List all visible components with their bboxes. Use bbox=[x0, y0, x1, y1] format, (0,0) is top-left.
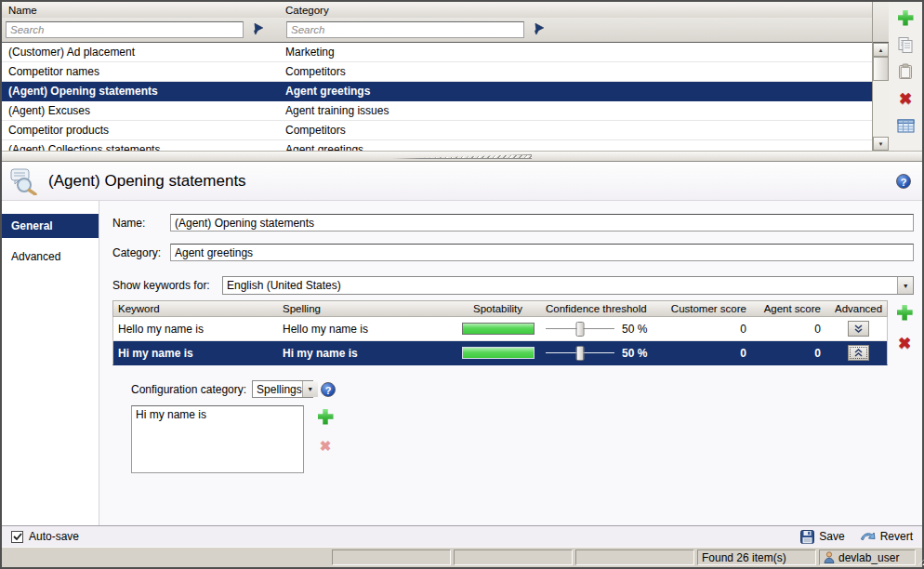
table-row[interactable]: Competitor products Competitors bbox=[2, 121, 872, 140]
header-customer-score[interactable]: Customer score bbox=[660, 303, 756, 314]
table-row[interactable]: (Customer) Ad placement Marketing bbox=[2, 43, 872, 62]
tab-general[interactable]: General bbox=[2, 214, 99, 238]
revert-arrow-icon bbox=[860, 531, 876, 543]
detail-tab-column: General Advanced bbox=[2, 201, 99, 525]
spotability-bar bbox=[462, 347, 535, 359]
slider-thumb[interactable] bbox=[576, 346, 585, 361]
table-search-row bbox=[2, 18, 872, 43]
horizontal-splitter[interactable] bbox=[2, 151, 922, 162]
language-dropdown[interactable]: English (United States) ▼ bbox=[222, 276, 914, 295]
advanced-cell bbox=[830, 345, 887, 361]
header-agent-score[interactable]: Agent score bbox=[756, 303, 830, 314]
add-keyword-button[interactable] bbox=[894, 303, 915, 322]
user-name: devlab_user bbox=[838, 551, 899, 564]
status-panel-empty bbox=[575, 549, 694, 565]
detail-title: (Agent) Opening statements bbox=[48, 172, 246, 191]
spelling-cell: Hi my name is bbox=[278, 347, 455, 360]
delete-spelling-button[interactable]: ✖ bbox=[315, 436, 336, 455]
help-icon[interactable]: ? bbox=[896, 174, 911, 189]
spelling-item[interactable]: Hi my name is bbox=[136, 408, 299, 421]
category-search-input[interactable] bbox=[286, 21, 524, 38]
row-name: (Agent) Collections statements bbox=[2, 143, 283, 151]
spelling-cell: Hello my name is bbox=[278, 323, 455, 336]
add-spelling-button[interactable] bbox=[315, 407, 336, 426]
row-name: (Agent) Opening statements bbox=[2, 85, 283, 98]
row-name: (Agent) Excuses bbox=[2, 104, 283, 117]
header-keyword[interactable]: Keyword bbox=[113, 303, 278, 314]
category-field[interactable] bbox=[170, 244, 914, 261]
resize-grip-icon[interactable] bbox=[918, 555, 924, 565]
name-filter-funnel-icon[interactable] bbox=[248, 21, 265, 38]
name-label: Name: bbox=[112, 217, 170, 230]
keyword-row-selected[interactable]: Hi my name is Hi my name is 50 % 0 0 bbox=[112, 341, 888, 365]
header-advanced[interactable]: Advanced bbox=[830, 303, 887, 314]
agent-score-cell[interactable]: 0 bbox=[756, 347, 830, 360]
chevron-down-icon: ▼ bbox=[903, 283, 909, 289]
confidence-slider[interactable] bbox=[546, 345, 614, 362]
table-row[interactable]: Competitor names Competitors bbox=[2, 62, 872, 82]
bottom-action-bar: Auto-save Save Revert bbox=[2, 525, 922, 547]
dropdown-arrow-button[interactable]: ▼ bbox=[302, 381, 318, 397]
autosave-checkbox[interactable] bbox=[11, 531, 23, 543]
name-field[interactable] bbox=[170, 214, 914, 232]
scroll-up-button[interactable]: ▲ bbox=[873, 43, 889, 57]
header-confidence-threshold[interactable]: Confidence threshold bbox=[541, 303, 660, 314]
name-search-input[interactable] bbox=[6, 21, 244, 38]
configuration-help-icon[interactable]: ? bbox=[321, 382, 336, 397]
advanced-collapse-button[interactable] bbox=[848, 345, 869, 361]
copy-icon bbox=[897, 36, 914, 54]
customer-score-cell[interactable]: 0 bbox=[660, 347, 756, 360]
slider-thumb[interactable] bbox=[576, 322, 585, 337]
scroll-down-button[interactable]: ▼ bbox=[873, 137, 889, 151]
column-header-name[interactable]: Name bbox=[2, 5, 283, 16]
category-field-row: Category: bbox=[112, 244, 921, 261]
customer-score-cell[interactable]: 0 bbox=[660, 323, 756, 336]
confidence-slider[interactable] bbox=[546, 321, 614, 337]
add-keyword-set-button[interactable] bbox=[895, 8, 916, 27]
keyword-cell: Hi my name is bbox=[113, 347, 278, 360]
header-spotability[interactable]: Spotability bbox=[455, 303, 541, 314]
delete-keyword-set-button[interactable]: ✖ bbox=[895, 89, 916, 108]
save-floppy-icon bbox=[800, 530, 814, 544]
configuration-category-label: Configuration category: bbox=[131, 383, 246, 396]
table-row[interactable]: (Agent) Excuses Agent training issues bbox=[2, 101, 872, 121]
spellings-section: Hi my name is ✖ bbox=[131, 405, 921, 473]
status-bar: Found 26 item(s) devlab_user bbox=[2, 547, 922, 567]
keyword-set-table: Name Category (Cu bbox=[2, 2, 873, 151]
revert-button[interactable]: Revert bbox=[860, 530, 913, 543]
table-row[interactable]: (Agent) Collections statements Agent gre… bbox=[2, 140, 872, 151]
keyword-cell: Hello my name is bbox=[113, 323, 278, 336]
paste-icon bbox=[898, 63, 913, 80]
bottom-right-buttons: Save Revert bbox=[800, 530, 913, 544]
advanced-expand-button[interactable] bbox=[848, 321, 869, 337]
keyword-actions: ✖ bbox=[888, 300, 921, 352]
row-name: Competitor names bbox=[2, 65, 283, 78]
category-filter-funnel-icon[interactable] bbox=[529, 21, 546, 38]
scrollbar-thumb[interactable] bbox=[873, 57, 889, 81]
keywords-table-header: Keyword Spelling Spotability Confidence … bbox=[112, 300, 888, 317]
grid-view-button[interactable] bbox=[895, 116, 916, 135]
agent-score-cell[interactable]: 0 bbox=[756, 323, 830, 336]
detail-header: (Agent) Opening statements ? bbox=[2, 162, 922, 201]
table-row-selected[interactable]: (Agent) Opening statements Agent greetin… bbox=[2, 82, 872, 101]
delete-x-icon: ✖ bbox=[899, 91, 912, 107]
list-vertical-scrollbar[interactable]: ▲ ▼ bbox=[873, 2, 889, 151]
spellings-listbox[interactable]: Hi my name is bbox=[131, 405, 304, 473]
column-header-category[interactable]: Category bbox=[283, 5, 872, 16]
scrollbar-track[interactable] bbox=[873, 81, 889, 137]
header-spelling[interactable]: Spelling bbox=[278, 303, 455, 314]
status-found-count: Found 26 item(s) bbox=[697, 549, 816, 565]
tab-advanced[interactable]: Advanced bbox=[2, 245, 99, 269]
row-category: Competitors bbox=[283, 65, 872, 78]
configuration-category-dropdown[interactable]: Spellings ▼ bbox=[252, 380, 313, 398]
autosave-label: Auto-save bbox=[29, 530, 79, 543]
save-button[interactable]: Save bbox=[800, 530, 844, 544]
dropdown-arrow-button[interactable]: ▼ bbox=[897, 277, 913, 294]
save-label: Save bbox=[819, 530, 844, 543]
copy-button[interactable] bbox=[895, 35, 916, 54]
delete-keyword-button[interactable]: ✖ bbox=[894, 334, 915, 352]
keyword-row[interactable]: Hello my name is Hello my name is 50 % 0… bbox=[112, 317, 888, 341]
show-keywords-row: Show keywords for: English (United State… bbox=[112, 276, 921, 295]
paste-button[interactable] bbox=[895, 62, 916, 81]
status-panel-empty bbox=[454, 549, 573, 565]
